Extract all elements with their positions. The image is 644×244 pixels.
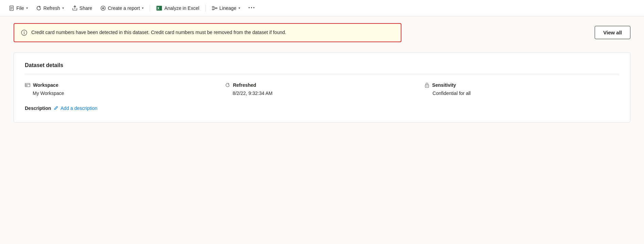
svg-rect-12 [216, 7, 217, 9]
share-button[interactable]: Share [69, 3, 96, 13]
create-report-button[interactable]: Create a report ▾ [97, 3, 147, 13]
add-description-label: Add a description [61, 105, 97, 111]
description-section: Description Add a description [25, 105, 619, 111]
svg-point-24 [427, 85, 427, 86]
svg-rect-11 [212, 9, 214, 10]
svg-text:X: X [157, 6, 160, 10]
lineage-chevron: ▾ [238, 6, 240, 10]
share-label: Share [80, 5, 92, 11]
refreshed-value: 8/2/22, 9:32:34 AM [225, 91, 419, 96]
view-all-button[interactable]: View all [595, 26, 630, 39]
description-label: Description [25, 105, 51, 111]
lineage-label: Lineage [219, 5, 236, 11]
create-report-label: Create a report [108, 5, 140, 11]
refreshed-item: Refreshed 8/2/22, 9:32:34 AM [225, 82, 419, 96]
analyze-excel-button[interactable]: X Analyze in Excel [153, 3, 203, 13]
alert-message: Credit card numbers have been detected i… [31, 29, 286, 36]
refreshed-icon [225, 82, 230, 88]
create-report-chevron: ▾ [142, 6, 144, 10]
dataset-card: Dataset details Workspace My Workspace [14, 52, 630, 123]
svg-point-19 [24, 31, 24, 32]
lineage-button[interactable]: Lineage ▾ [209, 3, 244, 13]
toolbar-separator-1 [150, 5, 150, 12]
file-label: File [16, 5, 24, 11]
share-icon [72, 5, 78, 11]
svg-rect-10 [212, 6, 214, 7]
file-button[interactable]: File ▾ [5, 3, 31, 13]
more-button[interactable]: ··· [245, 2, 259, 14]
more-label: ··· [248, 4, 255, 12]
refresh-icon [36, 5, 42, 11]
sensitivity-label-group: Sensitivity [425, 82, 619, 88]
analyze-excel-label: Analyze in Excel [164, 5, 199, 11]
sensitivity-item: Sensitivity Confidential for all [425, 82, 619, 96]
sensitivity-value: Confidential for all [425, 91, 619, 96]
main-content: Credit card numbers have been detected i… [0, 16, 644, 244]
edit-icon [54, 105, 59, 111]
workspace-item: Workspace My Workspace [25, 82, 219, 96]
refreshed-label-group: Refreshed [225, 82, 419, 88]
refresh-label: Refresh [44, 5, 60, 11]
excel-icon: X [156, 5, 162, 11]
alert-banner: Credit card numbers have been detected i… [14, 23, 401, 42]
dataset-title: Dataset details [25, 62, 619, 68]
file-icon [9, 5, 14, 11]
divider [25, 74, 619, 74]
workspace-icon [25, 82, 30, 88]
svg-rect-22 [26, 85, 27, 86]
workspace-value: My Workspace [25, 91, 219, 96]
toolbar-separator-2 [205, 5, 206, 12]
info-icon [21, 30, 27, 36]
toolbar: File ▾ Refresh ▾ Share [0, 0, 644, 16]
refresh-chevron: ▾ [62, 6, 64, 10]
create-report-icon [100, 5, 106, 11]
sensitivity-label: Sensitivity [432, 82, 456, 88]
sensitivity-icon [425, 82, 429, 88]
lineage-icon [212, 5, 217, 11]
alert-container: Credit card numbers have been detected i… [14, 23, 630, 42]
add-description-button[interactable]: Add a description [54, 105, 97, 111]
refreshed-label: Refreshed [233, 82, 256, 88]
workspace-label-group: Workspace [25, 82, 219, 88]
file-chevron: ▾ [26, 6, 28, 10]
refresh-button[interactable]: Refresh ▾ [33, 3, 67, 13]
workspace-label: Workspace [33, 82, 58, 88]
details-grid: Workspace My Workspace Refreshed 8/2/22,… [25, 82, 619, 96]
